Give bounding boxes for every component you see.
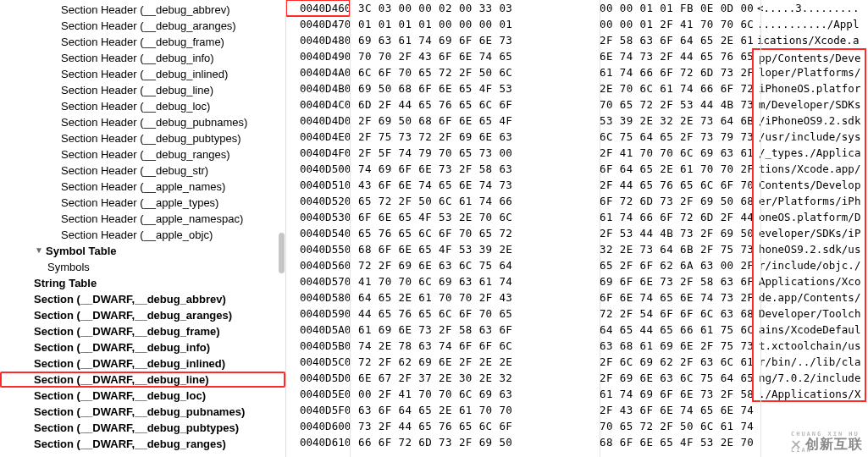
tree-item[interactable]: Section Header (__apple_namespac) (0, 211, 285, 227)
disclosure-triangle-icon[interactable]: ▼ (34, 245, 44, 255)
hex-bytes-right: 2F 43 6F 6E 74 65 6E 74 (591, 402, 752, 418)
hex-row[interactable]: 0040D59044 65 76 65 6C 6F 70 6572 2F 54 … (286, 306, 868, 322)
tree-item-label: Section Header (__debug_abbrev) (61, 3, 229, 16)
tree-item[interactable]: Symbols (0, 259, 285, 275)
hex-bytes-right: 61 74 66 6F 72 6D 73 2F (591, 64, 752, 80)
hex-bytes-right: 61 74 69 6F 6E 73 2F 58 (591, 386, 752, 402)
hex-bytes-right: 63 68 61 69 6E 2F 75 73 (591, 338, 752, 354)
tree-item[interactable]: Section Header (__apple_objc) (0, 227, 285, 243)
hex-address: 0040D4A0 (286, 64, 350, 80)
hex-ascii: tions/Xcode.app/ (752, 161, 866, 177)
hex-bytes-left: 01 01 01 01 00 00 00 01 (350, 16, 591, 32)
hex-row[interactable]: 0040D52065 72 2F 50 6C 61 74 666F 72 6D … (286, 193, 868, 209)
hex-bytes-left: 65 72 2F 50 6C 61 74 66 (350, 193, 591, 209)
tree-item[interactable]: Section Header (__debug_line) (0, 82, 285, 98)
hex-bytes-right: 65 2F 6F 62 6A 63 00 2F (591, 257, 752, 273)
hex-bytes-left: 2F 5F 74 79 70 65 73 00 (350, 145, 591, 161)
hex-view[interactable]: 0040D4603C 03 00 00 02 00 33 0300 00 01 … (286, 0, 868, 457)
hex-row[interactable]: 0040D56072 2F 69 6E 63 6C 75 6465 2F 6F … (286, 257, 868, 273)
hex-row[interactable]: 0040D5E000 2F 41 70 70 6C 69 6361 74 69 … (286, 386, 868, 402)
hex-row[interactable]: 0040D4E02F 75 73 72 2F 69 6E 636C 75 64 … (286, 129, 868, 145)
hex-row[interactable]: 0040D4F02F 5F 74 79 70 65 73 002F 41 70 … (286, 145, 868, 161)
hex-row[interactable]: 0040D58064 65 2E 61 70 70 2F 436F 6E 74 … (286, 289, 868, 306)
hex-bytes-left: 72 2F 69 6E 63 6C 75 64 (350, 257, 591, 273)
hex-ascii: ng/7.0.2/include (752, 370, 866, 386)
tree-item[interactable]: Section (__DWARF,__debug_info) (0, 339, 285, 355)
tree-item[interactable]: Section Header (__debug_str) (0, 162, 285, 179)
hex-address: 0040D530 (286, 209, 350, 225)
tree-item[interactable]: Section Header (__apple_names) (0, 179, 285, 195)
tree-item-label: Section (__DWARF,__debug_line) (34, 373, 209, 386)
hex-row[interactable]: 0040D54065 76 65 6C 6F 70 65 722F 53 44 … (286, 225, 868, 241)
hex-row[interactable]: 0040D5A061 69 6E 73 2F 58 63 6F64 65 44 … (286, 322, 868, 338)
tree-item[interactable]: Section Header (__debug_loc) (0, 98, 285, 114)
tree-item[interactable]: Section Header (__debug_inlined) (0, 66, 285, 82)
tree-item[interactable]: Section (__DWARF,__debug_pubtypes) (0, 420, 285, 436)
tree-item[interactable]: Section Header (__debug_abbrev) (0, 2, 285, 18)
hex-address: 0040D5D0 (286, 370, 350, 386)
hex-ascii: eveloper/SDKs/iP (752, 225, 866, 241)
sidebar-tree[interactable]: Section Header (__debug_abbrev)Section H… (0, 0, 286, 457)
hex-address: 0040D580 (286, 289, 350, 306)
tree-item[interactable]: Section (__DWARF,__debug_pubnames) (0, 404, 285, 420)
sidebar-scrollbar-thumb[interactable] (279, 233, 285, 273)
tree-item[interactable]: ▼Symbol Table (0, 243, 285, 259)
hex-ascii: r/include/objc./ (752, 257, 866, 273)
hex-bytes-left: 00 2F 41 70 70 6C 69 63 (350, 386, 591, 402)
tree-item[interactable]: Section (__DWARF,__debug_frame) (0, 323, 285, 339)
hex-bytes-left: 6E 67 2F 37 2E 30 2E 32 (350, 370, 591, 386)
hex-row[interactable]: 0040D57041 70 70 6C 69 63 61 7469 6F 6E … (286, 273, 868, 289)
hex-row[interactable]: 0040D51043 6F 6E 74 65 6E 74 732F 44 65 … (286, 177, 868, 193)
hex-bytes-right: 70 65 72 2F 53 44 4B 73 (591, 96, 752, 113)
tree-item[interactable]: Section Header (__debug_pubnames) (0, 114, 285, 130)
hex-row[interactable]: 0040D47001 01 01 01 00 00 00 0100 00 01 … (286, 16, 868, 32)
tree-item[interactable]: Section Header (__apple_types) (0, 195, 285, 211)
hex-row[interactable]: 0040D50074 69 6F 6E 73 2F 58 636F 64 65 … (286, 161, 868, 177)
hex-row[interactable]: 0040D5C072 2F 62 69 6E 2F 2E 2E2F 6C 69 … (286, 354, 868, 370)
tree-item[interactable]: Section Header (__debug_info) (0, 50, 285, 66)
hex-row[interactable]: 0040D4A06C 6F 70 65 72 2F 50 6C61 74 66 … (286, 64, 868, 80)
tree-item[interactable]: Section (__DWARF,__debug_loc) (0, 388, 285, 404)
hex-bytes-right: 6C 75 64 65 2F 73 79 73 (591, 129, 752, 145)
tree-item-label: Section (__DWARF,__debug_pubtypes) (34, 421, 239, 434)
tree-item[interactable]: Section Header (__debug_frame) (0, 34, 285, 50)
hex-row[interactable]: 0040D5B074 2E 78 63 74 6F 6F 6C63 68 61 … (286, 338, 868, 354)
hex-row[interactable]: 0040D5306F 6E 65 4F 53 2E 70 6C61 74 66 … (286, 209, 868, 225)
tree-item-label: Section Header (__debug_str) (61, 164, 208, 177)
hex-row[interactable]: 0040D4603C 03 00 00 02 00 33 0300 00 01 … (286, 0, 868, 16)
tree-item[interactable]: Section (__DWARF,__debug_abbrev) (0, 291, 285, 307)
hex-bytes-right: 68 6F 6E 65 4F 53 2E 70 (591, 434, 752, 450)
tree-item[interactable]: Section (__DWARF,__debug_ranges) (0, 436, 285, 452)
tree-item-label: Section Header (__apple_names) (61, 180, 225, 193)
hex-row[interactable]: 0040D4C06D 2F 44 65 76 65 6C 6F70 65 72 … (286, 96, 868, 113)
hex-row[interactable]: 0040D4B069 50 68 6F 6E 65 4F 532E 70 6C … (286, 80, 868, 96)
hex-ascii: de.app/Contents/ (752, 289, 866, 306)
hex-bytes-right: 2F 41 70 70 6C 69 63 61 (591, 145, 752, 161)
tree-item[interactable]: Section Header (__debug_aranges) (0, 18, 285, 34)
tree-item[interactable]: Section Header (__debug_pubtypes) (0, 130, 285, 146)
hex-address: 0040D5B0 (286, 338, 350, 354)
hex-ascii: honeOS9.2.sdk/us (752, 241, 866, 257)
hex-row[interactable]: 0040D48069 63 61 74 69 6F 6E 732F 58 63 … (286, 32, 868, 48)
hex-bytes-right: 2F 53 44 4B 73 2F 69 50 (591, 225, 752, 241)
hex-row[interactable]: 0040D55068 6F 6E 65 4F 53 39 2E32 2E 73 … (286, 241, 868, 257)
hex-address: 0040D550 (286, 241, 350, 257)
hex-address: 0040D470 (286, 16, 350, 32)
tree-item[interactable]: Section (__DWARF,__debug_inlined) (0, 355, 285, 372)
hex-row[interactable]: 0040D60073 2F 44 65 76 65 6C 6F70 65 72 … (286, 418, 868, 434)
hex-row[interactable]: 0040D61066 6F 72 6D 73 2F 69 5068 6F 6E … (286, 434, 868, 450)
sidebar-scrollbar[interactable] (279, 0, 285, 457)
tree-item-label: Section (__DWARF,__debug_ranges) (34, 438, 226, 450)
tree-item[interactable]: Section (__DWARF,__debug_line) (0, 372, 285, 388)
tree-item[interactable]: Section (__DWARF,__debug_aranges) (0, 307, 285, 323)
hex-ascii: ains/XcodeDefaul (752, 322, 866, 338)
hex-row[interactable]: 0040D49070 70 2F 43 6F 6E 74 656E 74 73 … (286, 48, 868, 64)
hex-address: 0040D5C0 (286, 354, 350, 370)
hex-row[interactable]: 0040D5D06E 67 2F 37 2E 30 2E 322F 69 6E … (286, 370, 868, 386)
tree-item[interactable]: String Table (0, 275, 285, 291)
hex-bytes-left: 3C 03 00 00 02 00 33 03 (350, 0, 591, 16)
hex-row[interactable]: 0040D5F063 6F 64 65 2E 61 70 702F 43 6F … (286, 402, 868, 418)
hex-ascii: Applications/Xco (752, 273, 866, 289)
hex-row[interactable]: 0040D4D02F 69 50 68 6F 6E 65 4F53 39 2E … (286, 113, 868, 129)
tree-item[interactable]: Section Header (__debug_ranges) (0, 146, 285, 162)
